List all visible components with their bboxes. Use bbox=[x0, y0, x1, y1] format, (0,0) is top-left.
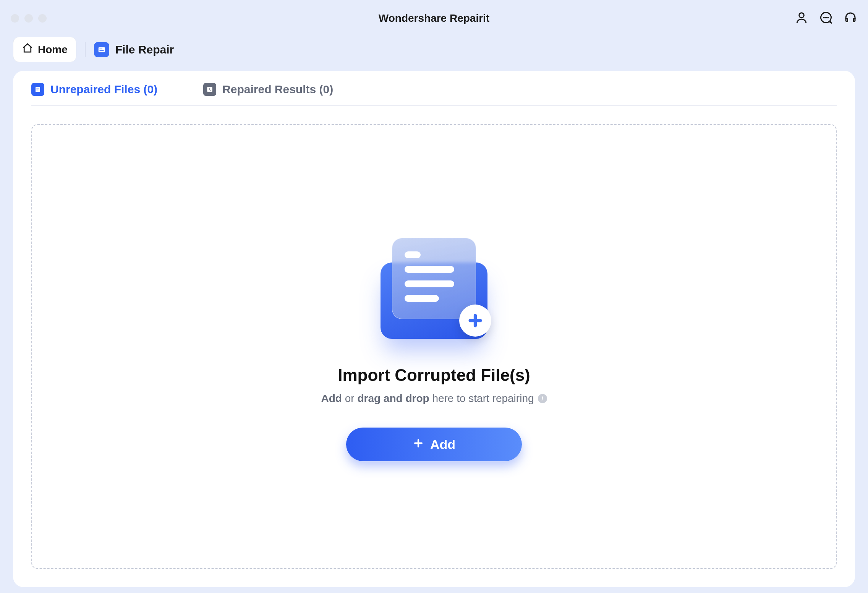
window-close[interactable] bbox=[11, 14, 19, 23]
plus-icon bbox=[413, 437, 424, 452]
file-repair-icon bbox=[94, 42, 109, 57]
tab-label: Repaired Results (0) bbox=[222, 83, 333, 96]
add-button-label: Add bbox=[430, 437, 455, 452]
svg-point-0 bbox=[799, 13, 804, 18]
home-icon bbox=[22, 42, 33, 57]
main-panel: Unrepaired Files (0) Repaired Results (0… bbox=[13, 71, 855, 587]
svg-point-2 bbox=[826, 17, 826, 18]
svg-rect-7 bbox=[36, 87, 40, 92]
breadcrumb-separator bbox=[85, 42, 86, 57]
dropzone-heading: Import Corrupted File(s) bbox=[338, 366, 530, 385]
tabs: Unrepaired Files (0) Repaired Results (0… bbox=[31, 83, 837, 106]
breadcrumb: Home File Repair bbox=[0, 37, 868, 71]
svg-rect-6 bbox=[99, 50, 104, 50]
home-button[interactable]: Home bbox=[13, 37, 76, 62]
account-icon[interactable] bbox=[795, 11, 808, 26]
import-illustration bbox=[373, 232, 495, 347]
svg-rect-4 bbox=[99, 47, 105, 52]
add-button[interactable]: Add bbox=[346, 428, 522, 461]
window-minimize[interactable] bbox=[24, 14, 33, 23]
clock-icon bbox=[203, 83, 216, 96]
support-icon[interactable] bbox=[844, 11, 857, 26]
titlebar: Wondershare Repairit bbox=[0, 0, 868, 37]
tab-label: Unrepaired Files (0) bbox=[50, 83, 157, 96]
info-icon[interactable]: i bbox=[538, 394, 547, 403]
svg-rect-8 bbox=[36, 89, 39, 89]
svg-rect-5 bbox=[99, 49, 102, 49]
app-title: Wondershare Repairit bbox=[0, 12, 868, 24]
window-zoom[interactable] bbox=[38, 14, 47, 23]
plus-icon bbox=[459, 305, 491, 337]
dropzone-subtext: Add or drag and drop here to start repai… bbox=[321, 392, 547, 405]
feedback-icon[interactable] bbox=[819, 11, 833, 26]
window-controls bbox=[11, 14, 47, 23]
svg-point-1 bbox=[824, 17, 824, 18]
svg-rect-9 bbox=[36, 90, 38, 91]
tab-unrepaired-files[interactable]: Unrepaired Files (0) bbox=[31, 83, 157, 96]
home-label: Home bbox=[38, 44, 68, 56]
dropzone[interactable]: Import Corrupted File(s) Add or drag and… bbox=[31, 124, 837, 569]
document-icon bbox=[31, 83, 44, 96]
breadcrumb-current: File Repair bbox=[94, 42, 174, 57]
tab-repaired-results[interactable]: Repaired Results (0) bbox=[203, 83, 333, 96]
svg-point-3 bbox=[828, 17, 829, 18]
breadcrumb-current-label: File Repair bbox=[115, 43, 174, 56]
